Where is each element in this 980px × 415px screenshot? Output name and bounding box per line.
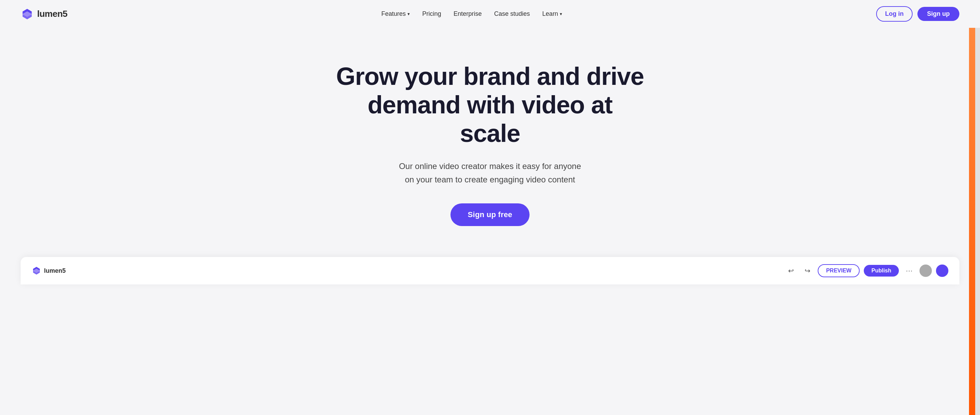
nav-enterprise[interactable]: Enterprise <box>453 10 482 17</box>
preview-lumen5-icon <box>32 266 41 276</box>
nav-pricing[interactable]: Pricing <box>422 10 441 17</box>
preview-button[interactable]: PREVIEW <box>818 264 860 277</box>
preview-logo: lumen5 <box>32 266 66 276</box>
navbar: lumen5 Features ▾ Pricing Enterprise Cas… <box>0 0 980 28</box>
preview-strip: lumen5 ↩ ↪ PREVIEW Publish ⋯ <box>21 257 959 284</box>
publish-button[interactable]: Publish <box>864 265 899 277</box>
nav-links: Features ▾ Pricing Enterprise Case studi… <box>381 10 562 17</box>
preview-actions: ↩ ↪ PREVIEW Publish ⋯ <box>785 264 948 277</box>
scrollbar[interactable] <box>975 0 980 415</box>
nav-case-studies[interactable]: Case studies <box>494 10 530 17</box>
hero-section: Grow your brand and drive demand with vi… <box>0 28 980 247</box>
right-accent-decoration <box>969 0 975 415</box>
hero-subtitle: Our online video creator makes it easy f… <box>399 160 581 186</box>
learn-chevron-icon: ▾ <box>560 11 562 16</box>
logo-text: lumen5 <box>37 9 67 19</box>
more-options-button[interactable]: ⋯ <box>903 265 915 277</box>
lumen5-logo-icon <box>21 8 34 21</box>
hero-title: Grow your brand and drive demand with vi… <box>335 62 645 147</box>
nav-features[interactable]: Features ▾ <box>381 10 410 17</box>
preview-logo-text: lumen5 <box>44 267 66 274</box>
logo[interactable]: lumen5 <box>21 8 67 21</box>
undo-button[interactable]: ↩ <box>785 265 797 277</box>
features-chevron-icon: ▾ <box>407 11 410 16</box>
signup-free-button[interactable]: Sign up free <box>450 203 530 226</box>
signup-button[interactable]: Sign up <box>917 7 959 21</box>
avatar-2 <box>936 265 948 277</box>
login-button[interactable]: Log in <box>876 6 913 22</box>
redo-button[interactable]: ↪ <box>801 265 814 277</box>
avatar-1 <box>920 265 932 277</box>
nav-learn[interactable]: Learn ▾ <box>542 10 562 17</box>
nav-actions: Log in Sign up <box>876 6 959 22</box>
